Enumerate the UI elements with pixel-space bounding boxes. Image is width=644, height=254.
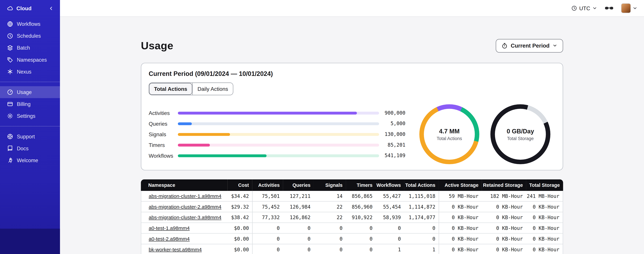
sidebar-item-namespaces[interactable]: Namespaces <box>0 54 60 66</box>
period-selector-label: Current Period <box>511 42 550 49</box>
sidebar-divider <box>0 126 60 126</box>
page-title: Usage <box>141 39 173 52</box>
namespace-link[interactable]: a0-test-2.a98mm4 <box>149 236 190 242</box>
bar-track <box>178 133 379 136</box>
table-header-row: Namespace Cost Activities Queries Signal… <box>141 180 563 191</box>
stopwatch-icon <box>502 42 508 49</box>
avatar <box>621 3 631 13</box>
namespace-link[interactable]: abs-migration-cluster-2.a98mm4 <box>149 204 222 210</box>
bar-row-timers: Timers 85,201 <box>149 140 405 150</box>
bar-fill <box>178 144 210 146</box>
topbar: UTC <box>60 0 644 17</box>
period-selector-button[interactable]: Current Period <box>496 39 563 52</box>
col-header-total-storage: Total Storage <box>526 180 563 191</box>
bar-label: Workflows <box>149 152 178 159</box>
col-header-retained-storage: Retained Storage <box>482 180 526 191</box>
bar-row-activities: Activities 900,000 <box>149 108 405 118</box>
bar-row-queries: Queries 5,000 <box>149 118 405 129</box>
sidebar-item-label: Schedules <box>17 33 41 39</box>
usage-summary-card: Current Period (09/01/2024 — 10/01/2024)… <box>141 63 563 170</box>
sidebar-item-label: Batch <box>17 45 30 50</box>
usage-bar-chart: Activities 900,000 Queries 5,000 Signals… <box>149 108 405 161</box>
book-icon <box>7 145 13 152</box>
bar-value: 900,000 <box>379 110 406 116</box>
sidebar-nav: Workflows Schedules Batch Namespaces Nex… <box>0 17 60 166</box>
cloud-icon <box>7 5 13 12</box>
sidebar-item-settings[interactable]: Settings <box>0 110 60 122</box>
sidebar-item-label: Namespaces <box>17 57 47 62</box>
total-storage-donut-chart: 0 GB/Day Total Storage <box>490 104 550 164</box>
collapse-sidebar-button[interactable] <box>48 5 54 12</box>
namespace-link[interactable]: bk-worker-test.a98mm4 <box>149 246 202 252</box>
donut-value: 4.7 MM <box>439 128 460 135</box>
sidebar-item-usage[interactable]: Usage <box>0 86 60 98</box>
bar-track <box>178 154 379 157</box>
sidebar-item-label: Workflows <box>17 21 40 27</box>
tab-daily-actions[interactable]: Daily Actions <box>192 83 233 95</box>
sidebar-item-label: Welcome <box>17 158 38 163</box>
namespace-link[interactable]: a0-test-1.a98mm4 <box>149 225 190 231</box>
sidebar-item-label: Nexus <box>17 69 31 74</box>
sidebar-item-docs[interactable]: Docs <box>0 142 60 154</box>
bar-fill <box>178 154 266 157</box>
timezone-selector[interactable]: UTC <box>572 5 597 12</box>
lifebuoy-icon <box>7 133 13 140</box>
namespace-link[interactable]: abs-migration-cluster-1.a98mm4 <box>149 193 222 199</box>
timezone-label: UTC <box>579 5 590 12</box>
table-row: abs-migration-cluster-3.a98mm4 $38.4277,… <box>141 212 563 223</box>
actions-tab-group: Total Actions Daily Actions <box>149 82 234 95</box>
bar-track <box>178 144 379 146</box>
main-content: Usage Current Period Current Period (09/… <box>60 17 644 254</box>
bar-value: 130,000 <box>379 131 406 137</box>
sidebar-item-label: Usage <box>17 89 32 95</box>
chevron-down-icon <box>632 6 637 10</box>
col-header-queries: Queries <box>283 180 314 191</box>
table-row: abs-migration-cluster-1.a98mm4 $34.4275,… <box>141 191 563 202</box>
sidebar-item-batch[interactable]: Batch <box>0 42 60 54</box>
sidebar-item-label: Settings <box>17 113 35 119</box>
feedback-button[interactable] <box>604 5 614 12</box>
sidebar-item-nexus[interactable]: Nexus <box>0 66 60 78</box>
bar-label: Activities <box>149 110 178 116</box>
chevron-down-icon <box>592 6 597 10</box>
namespace-usage-table: Namespace Cost Activities Queries Signal… <box>141 180 563 254</box>
bar-fill <box>178 133 230 136</box>
table-row: abs-migration-cluster-2.a98mm4 $29.3275,… <box>141 202 563 212</box>
bar-fill <box>178 122 192 125</box>
namespace-link[interactable]: abs-migration-cluster-3.a98mm4 <box>149 214 222 220</box>
sidebar: Cloud Workflows Schedules Batch Namespac… <box>0 0 60 254</box>
clock-icon <box>7 33 13 39</box>
glasses-icon <box>604 5 614 12</box>
credit-card-icon <box>7 101 13 107</box>
asterisk-icon <box>7 68 13 75</box>
gauge-icon <box>7 89 13 95</box>
sidebar-item-workflows[interactable]: Workflows <box>0 18 60 30</box>
col-header-activities: Activities <box>252 180 283 191</box>
sidebar-item-welcome[interactable]: Welcome <box>0 154 60 166</box>
screen: Cloud Workflows Schedules Batch Namespac… <box>0 0 644 254</box>
gear-icon <box>7 113 13 119</box>
bar-value: 541,109 <box>379 153 406 158</box>
total-actions-donut-chart: 4.7 MM Total Actions <box>420 104 480 164</box>
account-menu[interactable] <box>621 3 638 13</box>
donut-value: 0 GB/Day <box>507 128 534 135</box>
donut-center: 4.7 MM Total Actions <box>424 109 475 160</box>
donut-label: Total Storage <box>507 136 534 141</box>
bar-label: Signals <box>149 131 178 138</box>
tab-total-actions[interactable]: Total Actions <box>149 83 192 95</box>
app: Cloud Workflows Schedules Batch Namespac… <box>0 0 644 254</box>
col-header-workflows: Workflows <box>376 180 404 191</box>
table-row: bk-worker-test.a98mm4 $0.000 00 01 10 KB… <box>141 244 563 254</box>
sidebar-brand-label: Cloud <box>16 5 32 12</box>
bar-value: 85,201 <box>379 142 406 148</box>
col-header-namespace: Namespace <box>141 180 228 191</box>
sidebar-item-billing[interactable]: Billing <box>0 98 60 110</box>
card-title: Current Period (09/01/2024 — 10/01/2024) <box>149 70 555 78</box>
bar-label: Timers <box>149 142 178 148</box>
sidebar-item-label: Billing <box>17 101 30 107</box>
tag-icon <box>7 57 13 63</box>
col-header-active-storage: Active Storage <box>439 180 482 191</box>
sidebar-item-schedules[interactable]: Schedules <box>0 30 60 42</box>
bar-fill <box>178 112 357 114</box>
sidebar-item-support[interactable]: Support <box>0 130 60 142</box>
